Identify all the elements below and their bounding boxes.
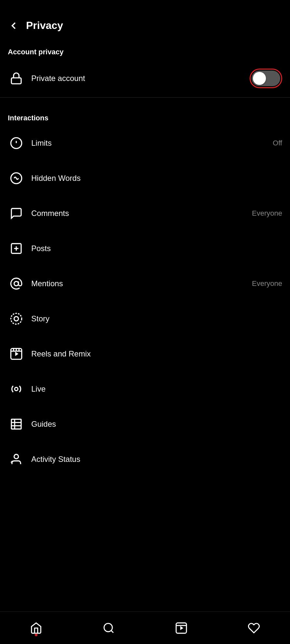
mentions-item[interactable]: Mentions Everyone xyxy=(0,266,290,301)
svg-rect-0 xyxy=(11,78,21,84)
live-icon xyxy=(8,381,25,397)
nav-search[interactable] xyxy=(96,619,121,637)
live-label: Live xyxy=(31,384,282,394)
activity-status-item[interactable]: Activity Status xyxy=(0,442,290,477)
private-account-label: Private account xyxy=(31,74,250,83)
back-button[interactable] xyxy=(8,20,20,32)
activity-status-icon xyxy=(8,451,25,468)
nav-home[interactable] xyxy=(23,619,49,637)
bottom-nav xyxy=(0,611,290,644)
comments-item[interactable]: Comments Everyone xyxy=(0,196,290,231)
story-item[interactable]: Story xyxy=(0,301,290,336)
limits-item[interactable]: Limits Off xyxy=(0,126,290,161)
activity-status-label: Activity Status xyxy=(31,455,282,464)
account-privacy-section-label: Account privacy xyxy=(0,41,290,60)
svg-marker-29 xyxy=(180,626,184,630)
lock-icon xyxy=(8,70,25,87)
guides-item[interactable]: Guides xyxy=(0,407,290,442)
comments-icon xyxy=(8,205,25,222)
heart-icon xyxy=(248,622,260,634)
toggle-knob xyxy=(253,72,266,85)
limits-icon xyxy=(8,135,25,152)
home-active-dot xyxy=(35,634,37,636)
limits-label: Limits xyxy=(31,139,273,148)
reels-icon xyxy=(8,345,25,362)
svg-rect-20 xyxy=(11,419,21,429)
reels-and-remix-label: Reels and Remix xyxy=(31,349,282,358)
mentions-label: Mentions xyxy=(31,279,252,288)
svg-point-19 xyxy=(15,387,18,391)
svg-line-27 xyxy=(111,630,113,633)
private-account-item[interactable]: Private account xyxy=(0,60,290,97)
private-account-toggle-wrapper[interactable] xyxy=(250,69,282,88)
live-item[interactable]: Live xyxy=(0,371,290,407)
comments-label: Comments xyxy=(31,209,252,218)
svg-marker-14 xyxy=(15,352,19,356)
guides-icon xyxy=(8,416,25,433)
private-account-toggle[interactable] xyxy=(252,71,280,86)
posts-label: Posts xyxy=(31,244,282,253)
search-icon xyxy=(103,622,115,634)
svg-point-26 xyxy=(104,623,112,631)
header: Privacy xyxy=(0,0,290,41)
home-icon xyxy=(30,622,42,634)
story-icon xyxy=(8,310,25,327)
reels-nav-icon xyxy=(175,622,187,634)
posts-icon xyxy=(8,240,25,257)
nav-likes[interactable] xyxy=(241,619,267,637)
hidden-words-label: Hidden Words xyxy=(31,174,282,183)
hidden-words-item[interactable]: Hidden Words xyxy=(0,161,290,196)
svg-point-8 xyxy=(14,281,18,286)
posts-item[interactable]: Posts xyxy=(0,231,290,266)
nav-reels[interactable] xyxy=(169,619,194,637)
mentions-value: Everyone xyxy=(252,279,282,288)
comments-value: Everyone xyxy=(252,209,282,218)
guides-label: Guides xyxy=(31,420,282,429)
mentions-icon xyxy=(8,275,25,292)
limits-value: Off xyxy=(273,139,282,147)
interactions-section-label: Interactions xyxy=(0,107,290,126)
svg-point-25 xyxy=(14,454,18,459)
story-label: Story xyxy=(31,314,282,323)
svg-point-10 xyxy=(14,316,18,321)
svg-point-9 xyxy=(11,313,21,324)
hidden-words-icon xyxy=(8,170,25,187)
page-title: Privacy xyxy=(26,20,63,32)
reels-and-remix-item[interactable]: Reels and Remix xyxy=(0,336,290,371)
